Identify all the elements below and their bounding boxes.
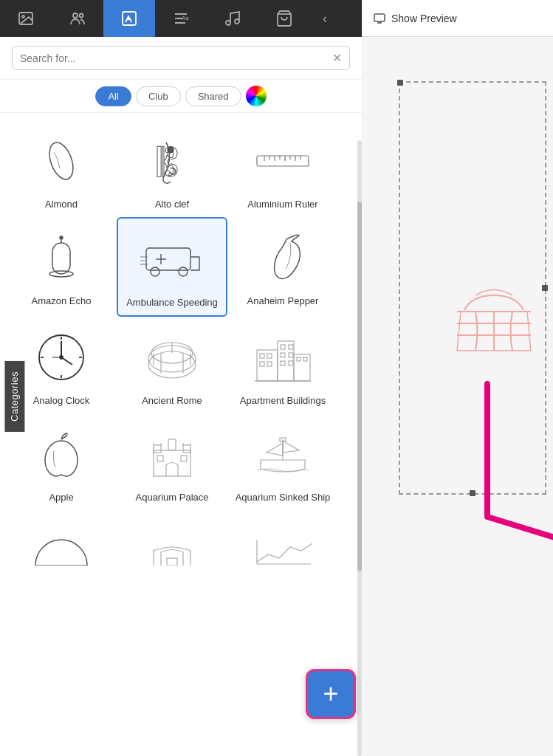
show-preview-bar: Show Preview bbox=[362, 0, 553, 37]
color-filter-button[interactable] bbox=[246, 86, 267, 106]
svg-rect-79 bbox=[167, 558, 177, 566]
apple-label: Apple bbox=[49, 492, 73, 503]
svg-rect-68 bbox=[154, 445, 161, 453]
svg-rect-69 bbox=[168, 439, 176, 450]
aquarium-sinked-ship-label: Aquarium Sinked Ship bbox=[236, 492, 331, 503]
search-clear-icon[interactable]: ✕ bbox=[332, 51, 342, 65]
svg-rect-9 bbox=[374, 14, 385, 21]
amazon-echo-label: Amazon Echo bbox=[32, 295, 92, 306]
left-panel: Categories ✕ All Club Shared bbox=[0, 37, 362, 756]
svg-rect-62 bbox=[281, 361, 285, 365]
add-button-plus-icon: + bbox=[323, 681, 338, 707]
svg-rect-72 bbox=[181, 456, 187, 461]
nav-shop[interactable] bbox=[258, 0, 310, 37]
grid-item-partial[interactable] bbox=[6, 510, 117, 591]
show-preview-label: Show Preview bbox=[391, 13, 457, 24]
grid-item-anaheim-pepper[interactable]: Anaheim Pepper bbox=[227, 217, 338, 317]
grid-item-aquarium-palace[interactable]: Aquarium Palace bbox=[117, 413, 227, 510]
svg-point-6 bbox=[226, 21, 230, 25]
svg-rect-70 bbox=[183, 445, 190, 453]
grid-item-ambulance-speeding[interactable]: Ambulance Speeding bbox=[117, 217, 227, 317]
aquarium-palace-label: Aquarium Palace bbox=[136, 492, 209, 503]
grid-item-partial-3[interactable] bbox=[227, 510, 338, 591]
aquarium-palace-icon bbox=[135, 421, 209, 487]
svg-rect-54 bbox=[260, 354, 264, 358]
search-input-wrap: ✕ bbox=[12, 46, 350, 70]
anaheim-pepper-label: Anaheim Pepper bbox=[247, 295, 319, 306]
categories-tab[interactable]: Categories bbox=[4, 361, 24, 432]
svg-point-7 bbox=[235, 19, 239, 24]
partial-icon bbox=[24, 518, 98, 584]
add-button[interactable]: + bbox=[306, 669, 356, 719]
grid-item-amazon-echo[interactable]: Amazon Echo bbox=[6, 217, 117, 317]
monitor-icon bbox=[374, 13, 385, 24]
basket-sketch bbox=[450, 281, 538, 362]
almond-icon bbox=[24, 128, 98, 194]
svg-rect-53 bbox=[294, 354, 310, 381]
aluminium-ruler-label: Aluminium Ruler bbox=[247, 199, 317, 210]
handle-mid-right[interactable] bbox=[542, 285, 548, 291]
alto-clef-label: Alto clef bbox=[155, 199, 189, 210]
ambulance-speeding-icon bbox=[135, 226, 209, 292]
grid-item-partial-2[interactable] bbox=[117, 510, 227, 591]
search-input[interactable] bbox=[20, 52, 332, 64]
handle-top-left[interactable] bbox=[397, 80, 403, 86]
nav-text[interactable]: Aa bbox=[155, 0, 207, 37]
svg-rect-60 bbox=[281, 353, 285, 357]
nav-clipart[interactable] bbox=[103, 0, 155, 37]
ancient-rome-label: Ancient Rome bbox=[142, 395, 202, 406]
handle-bottom-mid[interactable] bbox=[470, 490, 475, 496]
apartment-buildings-icon bbox=[246, 324, 320, 391]
svg-rect-22 bbox=[52, 243, 70, 274]
grid-item-aquarium-sinked-ship[interactable]: Aquarium Sinked Ship bbox=[227, 413, 338, 510]
svg-rect-64 bbox=[297, 357, 300, 361]
grid-item-apartment-buildings[interactable]: Apartment Buildings bbox=[227, 317, 338, 413]
nav-collapse[interactable]: ‹ bbox=[310, 0, 340, 37]
grid-row-2: Amazon Echo bbox=[6, 217, 356, 317]
svg-rect-65 bbox=[303, 357, 307, 361]
nav-people[interactable] bbox=[52, 0, 103, 37]
svg-rect-61 bbox=[289, 353, 293, 357]
analog-clock-icon bbox=[24, 324, 98, 391]
filter-tab-all[interactable]: All bbox=[95, 86, 131, 106]
svg-point-10 bbox=[45, 140, 78, 182]
right-panel bbox=[362, 37, 553, 756]
filter-tab-shared[interactable]: Shared bbox=[185, 86, 241, 106]
svg-point-38 bbox=[60, 356, 63, 359]
grid-row-1: Almond 𝄡 Alto clef bbox=[6, 120, 356, 217]
icons-grid: Almond 𝄡 Alto clef bbox=[0, 113, 362, 756]
svg-rect-63 bbox=[289, 361, 293, 365]
svg-rect-56 bbox=[260, 362, 264, 366]
svg-point-3 bbox=[80, 14, 83, 18]
alto-clef-icon: 𝄡 bbox=[135, 128, 209, 194]
svg-point-2 bbox=[73, 13, 78, 18]
grid-item-alto-clef[interactable]: 𝄡 Alto clef bbox=[117, 120, 227, 217]
filter-tabs: All Club Shared bbox=[0, 80, 362, 113]
nav-music[interactable] bbox=[207, 0, 258, 37]
svg-point-30 bbox=[179, 267, 188, 276]
svg-rect-58 bbox=[281, 345, 285, 349]
svg-point-1 bbox=[22, 16, 24, 18]
grid-item-ancient-rome[interactable]: Ancient Rome bbox=[117, 317, 227, 413]
filter-tab-club[interactable]: Club bbox=[136, 86, 181, 106]
apartment-buildings-label: Apartment Buildings bbox=[240, 395, 326, 406]
partial-icon-2 bbox=[135, 518, 209, 584]
almond-label: Almond bbox=[45, 199, 78, 210]
anaheim-pepper-icon bbox=[246, 224, 320, 291]
svg-point-43 bbox=[148, 351, 196, 378]
grid-row-3: Analog Clock bbox=[6, 317, 356, 413]
analog-clock-label: Analog Clock bbox=[33, 395, 90, 406]
ambulance-speeding-label: Ambulance Speeding bbox=[126, 297, 218, 308]
svg-rect-67 bbox=[154, 450, 190, 476]
nav-photos[interactable] bbox=[0, 0, 52, 37]
svg-point-25 bbox=[60, 236, 63, 239]
nav-icons-group: Aa ‹ bbox=[0, 0, 362, 37]
main-area: Categories ✕ All Club Shared bbox=[0, 37, 553, 756]
grid-row-5 bbox=[6, 510, 356, 591]
apple-icon bbox=[24, 421, 98, 487]
grid-item-almond[interactable]: Almond bbox=[6, 120, 117, 217]
search-bar: ✕ bbox=[0, 37, 362, 80]
top-nav: Aa ‹ Show Preview bbox=[0, 0, 553, 37]
aluminium-ruler-icon bbox=[246, 128, 320, 194]
grid-item-aluminium-ruler[interactable]: Aluminium Ruler bbox=[227, 120, 338, 217]
